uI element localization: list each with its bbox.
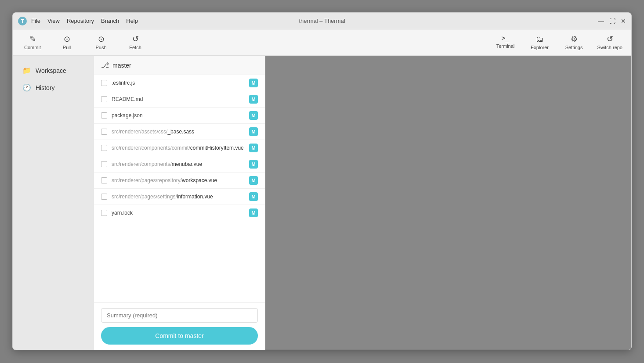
- close-button[interactable]: ✕: [621, 18, 626, 24]
- file-item[interactable]: .eslintrc.jsM: [94, 75, 265, 91]
- window-title: thermal – Thermal: [299, 18, 345, 24]
- menu-item-branch[interactable]: Branch: [101, 18, 119, 24]
- terminal-label: Terminal: [496, 43, 515, 49]
- file-item[interactable]: yarn.lockM: [94, 205, 265, 221]
- branch-header: ⎇ master: [94, 56, 265, 75]
- fetch-label: Fetch: [129, 45, 141, 50]
- branch-name: master: [112, 62, 131, 69]
- summary-input[interactable]: [101, 308, 258, 323]
- file-checkbox[interactable]: [101, 80, 107, 86]
- switch-repo-label: Switch repo: [597, 45, 622, 50]
- file-item[interactable]: package.jsonM: [94, 108, 265, 124]
- file-item[interactable]: src/renderer/components/menubar.vueM: [94, 156, 265, 173]
- file-status-badge: M: [249, 95, 258, 104]
- explorer-icon: 🗂: [536, 35, 544, 43]
- terminal-toolbar-item[interactable]: >_ Terminal: [495, 35, 517, 50]
- switch-repo-toolbar-item[interactable]: ↺ Switch repo: [597, 35, 622, 50]
- file-status-badge: M: [249, 144, 258, 152]
- file-item[interactable]: src/renderer/pages/settings/information.…: [94, 189, 265, 205]
- history-label: History: [36, 84, 55, 91]
- terminal-icon: >_: [501, 35, 509, 42]
- title-bar: T FileViewRepositoryBranchHelp thermal –…: [13, 13, 631, 29]
- menu-item-file[interactable]: File: [31, 18, 40, 24]
- push-icon: ⊙: [98, 35, 105, 43]
- menu-item-view[interactable]: View: [47, 18, 60, 24]
- file-status-badge: M: [249, 176, 258, 185]
- file-checkbox[interactable]: [101, 145, 107, 151]
- menu-item-help[interactable]: Help: [126, 18, 138, 24]
- file-status-badge: M: [249, 208, 258, 217]
- file-status-badge: M: [249, 79, 258, 87]
- file-item[interactable]: README.mdM: [94, 91, 265, 108]
- file-panel: ⎇ master .eslintrc.jsMREADME.mdMpackage.…: [94, 56, 265, 350]
- file-name: src/renderer/components/menubar.vue: [112, 161, 249, 167]
- file-list: .eslintrc.jsMREADME.mdMpackage.jsonMsrc/…: [94, 75, 265, 302]
- commit-label: Commit: [24, 45, 41, 50]
- commit-icon: ✎: [29, 35, 36, 43]
- push-toolbar-item[interactable]: ⊙ Push: [90, 35, 112, 50]
- file-checkbox[interactable]: [101, 210, 107, 216]
- file-status-badge: M: [249, 192, 258, 201]
- maximize-button[interactable]: ⛶: [609, 18, 615, 24]
- explorer-label: Explorer: [531, 45, 549, 50]
- file-checkbox[interactable]: [101, 194, 107, 200]
- menu-bar: FileViewRepositoryBranchHelp: [31, 18, 138, 24]
- toolbar-right: >_ Terminal 🗂 Explorer ⚙ Settings ↺ Swit…: [495, 35, 622, 50]
- minimize-button[interactable]: —: [598, 18, 604, 24]
- push-label: Push: [95, 45, 106, 50]
- workspace-icon: 📁: [22, 66, 31, 75]
- file-status-badge: M: [249, 127, 258, 136]
- commit-area: Commit to master: [94, 302, 265, 350]
- fetch-toolbar-item[interactable]: ↺ Fetch: [124, 35, 146, 50]
- file-name: src/renderer/pages/settings/information.…: [112, 194, 249, 200]
- file-status-badge: M: [249, 111, 258, 120]
- settings-toolbar-item[interactable]: ⚙ Settings: [563, 35, 585, 50]
- toolbar: ✎ Commit ⊙ Pull ⊙ Push ↺ Fetch >_ Termin…: [13, 29, 631, 56]
- settings-label: Settings: [565, 45, 583, 50]
- file-status-badge: M: [249, 160, 258, 169]
- right-area: [265, 56, 631, 350]
- sidebar: 📁 Workspace 🕐 History: [13, 56, 94, 350]
- file-item[interactable]: src/renderer/assets/css/_base.sassM: [94, 124, 265, 140]
- commit-to-master-button[interactable]: Commit to master: [101, 327, 258, 345]
- file-name: README.md: [112, 96, 249, 102]
- file-item[interactable]: src/renderer/pages/repository/workspace.…: [94, 173, 265, 189]
- commit-toolbar-item[interactable]: ✎ Commit: [22, 35, 43, 50]
- file-checkbox[interactable]: [101, 177, 107, 183]
- settings-icon: ⚙: [571, 35, 578, 43]
- explorer-toolbar-item[interactable]: 🗂 Explorer: [529, 35, 551, 50]
- file-checkbox[interactable]: [101, 161, 107, 167]
- file-checkbox[interactable]: [101, 129, 107, 135]
- pull-toolbar-item[interactable]: ⊙ Pull: [56, 35, 78, 50]
- file-name: package.json: [112, 112, 249, 119]
- app-logo: T: [18, 17, 27, 25]
- file-checkbox[interactable]: [101, 96, 107, 102]
- pull-icon: ⊙: [64, 35, 70, 43]
- sidebar-item-history[interactable]: 🕐 History: [15, 80, 91, 95]
- file-name: .eslintrc.js: [112, 80, 249, 86]
- file-name: src/renderer/assets/css/_base.sass: [112, 129, 249, 135]
- file-name: src/renderer/pages/repository/workspace.…: [112, 177, 249, 183]
- switch-repo-icon: ↺: [607, 35, 613, 43]
- workspace-label: Workspace: [36, 67, 66, 74]
- branch-icon: ⎇: [101, 61, 109, 69]
- file-name: yarn.lock: [112, 210, 249, 216]
- main-content: 📁 Workspace 🕐 History ⎇ master .eslintrc…: [13, 56, 631, 350]
- pull-label: Pull: [63, 45, 71, 50]
- file-checkbox[interactable]: [101, 112, 107, 119]
- file-name: src/renderer/components/commit/commitHis…: [112, 145, 249, 151]
- app-window: T FileViewRepositoryBranchHelp thermal –…: [12, 12, 632, 350]
- file-item[interactable]: src/renderer/components/commit/commitHis…: [94, 140, 265, 156]
- window-controls: — ⛶ ✕: [598, 18, 626, 24]
- menu-item-repository[interactable]: Repository: [67, 18, 94, 24]
- fetch-icon: ↺: [132, 35, 139, 43]
- history-icon: 🕐: [22, 83, 31, 92]
- sidebar-item-workspace[interactable]: 📁 Workspace: [15, 63, 91, 78]
